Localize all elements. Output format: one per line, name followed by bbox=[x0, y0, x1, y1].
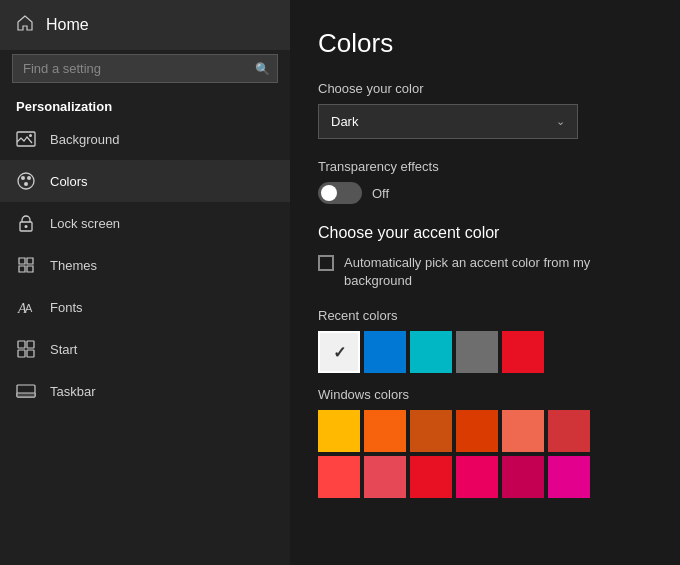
toggle-thumb bbox=[321, 185, 337, 201]
svg-point-7 bbox=[25, 225, 28, 228]
svg-rect-13 bbox=[27, 350, 34, 357]
windows-color-swatch-r1-3[interactable] bbox=[456, 410, 498, 452]
sidebar-item-home[interactable]: Home bbox=[0, 0, 290, 50]
svg-point-1 bbox=[29, 134, 32, 137]
windows-colors-row1 bbox=[318, 410, 652, 452]
page-title: Colors bbox=[318, 28, 652, 59]
windows-color-swatch-r2-2[interactable] bbox=[410, 456, 452, 498]
sidebar-item-taskbar-label: Taskbar bbox=[50, 384, 96, 399]
auto-pick-label: Automatically pick an accent color from … bbox=[344, 254, 652, 290]
recent-colors-row bbox=[318, 331, 652, 373]
transparency-toggle-row: Off bbox=[318, 182, 652, 204]
svg-point-5 bbox=[24, 182, 28, 186]
recent-color-swatch-3[interactable] bbox=[456, 331, 498, 373]
auto-pick-checkbox[interactable] bbox=[318, 255, 334, 271]
transparency-status: Off bbox=[372, 186, 389, 201]
sidebar-item-colors[interactable]: Colors bbox=[0, 160, 290, 202]
sidebar-item-lock-screen-label: Lock screen bbox=[50, 216, 120, 231]
svg-point-3 bbox=[21, 176, 25, 180]
sidebar-item-themes[interactable]: Themes bbox=[0, 244, 290, 286]
windows-color-swatch-r1-2[interactable] bbox=[410, 410, 452, 452]
svg-point-4 bbox=[27, 176, 31, 180]
windows-color-swatch-r1-5[interactable] bbox=[548, 410, 590, 452]
windows-color-swatch-r2-1[interactable] bbox=[364, 456, 406, 498]
transparency-section: Transparency effects Off bbox=[318, 159, 652, 204]
svg-rect-11 bbox=[27, 341, 34, 348]
svg-text:A: A bbox=[25, 302, 33, 314]
transparency-toggle[interactable] bbox=[318, 182, 362, 204]
windows-color-swatch-r1-4[interactable] bbox=[502, 410, 544, 452]
recent-color-swatch-4[interactable] bbox=[502, 331, 544, 373]
home-label: Home bbox=[46, 16, 89, 34]
sidebar: Home 🔍 Personalization Background Colors bbox=[0, 0, 290, 565]
color-mode-dropdown[interactable]: Dark ⌄ bbox=[318, 104, 578, 139]
transparency-label: Transparency effects bbox=[318, 159, 652, 174]
search-icon: 🔍 bbox=[255, 62, 270, 76]
search-box: 🔍 bbox=[12, 54, 278, 83]
svg-rect-10 bbox=[18, 341, 25, 348]
windows-color-swatch-r2-0[interactable] bbox=[318, 456, 360, 498]
windows-color-swatch-r2-3[interactable] bbox=[456, 456, 498, 498]
color-mode-value: Dark bbox=[331, 114, 358, 129]
chevron-down-icon: ⌄ bbox=[556, 115, 565, 128]
lock-icon bbox=[16, 213, 36, 233]
windows-colors-label: Windows colors bbox=[318, 387, 652, 402]
auto-pick-row: Automatically pick an accent color from … bbox=[318, 254, 652, 290]
sidebar-item-lock-screen[interactable]: Lock screen bbox=[0, 202, 290, 244]
sidebar-item-background[interactable]: Background bbox=[0, 118, 290, 160]
accent-color-title: Choose your accent color bbox=[318, 224, 652, 242]
recent-colors-label: Recent colors bbox=[318, 308, 652, 323]
sidebar-item-themes-label: Themes bbox=[50, 258, 97, 273]
background-icon bbox=[16, 129, 36, 149]
section-title: Personalization bbox=[0, 91, 290, 118]
themes-icon bbox=[16, 255, 36, 275]
windows-color-swatch-r2-5[interactable] bbox=[548, 456, 590, 498]
sidebar-item-start[interactable]: Start bbox=[0, 328, 290, 370]
recent-color-swatch-0[interactable] bbox=[318, 331, 360, 373]
home-icon bbox=[16, 14, 34, 36]
windows-color-swatch-r1-0[interactable] bbox=[318, 410, 360, 452]
sidebar-item-fonts[interactable]: A A Fonts bbox=[0, 286, 290, 328]
search-input[interactable] bbox=[12, 54, 278, 83]
colors-icon bbox=[16, 171, 36, 191]
sidebar-item-start-label: Start bbox=[50, 342, 77, 357]
windows-colors-row2 bbox=[318, 456, 652, 498]
sidebar-item-colors-label: Colors bbox=[50, 174, 88, 189]
recent-color-swatch-1[interactable] bbox=[364, 331, 406, 373]
svg-rect-15 bbox=[17, 393, 35, 397]
svg-rect-12 bbox=[18, 350, 25, 357]
taskbar-icon bbox=[16, 381, 36, 401]
main-content: Colors Choose your color Dark ⌄ Transpar… bbox=[290, 0, 680, 565]
fonts-icon: A A bbox=[16, 297, 36, 317]
sidebar-item-fonts-label: Fonts bbox=[50, 300, 83, 315]
sidebar-item-taskbar[interactable]: Taskbar bbox=[0, 370, 290, 412]
start-icon bbox=[16, 339, 36, 359]
choose-color-label: Choose your color bbox=[318, 81, 652, 96]
recent-color-swatch-2[interactable] bbox=[410, 331, 452, 373]
windows-color-swatch-r1-1[interactable] bbox=[364, 410, 406, 452]
windows-color-swatch-r2-4[interactable] bbox=[502, 456, 544, 498]
sidebar-item-background-label: Background bbox=[50, 132, 119, 147]
svg-point-2 bbox=[18, 173, 34, 189]
